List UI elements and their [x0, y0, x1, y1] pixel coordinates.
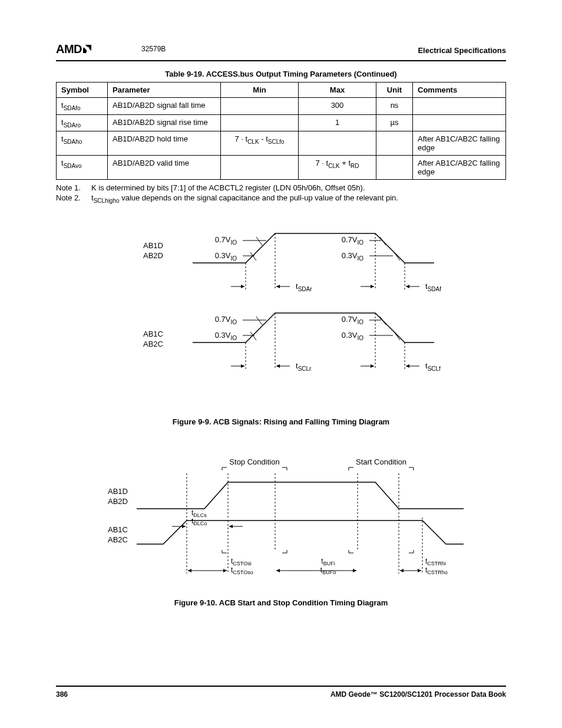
- svg-text:tCSTOsi: tCSTOsi: [231, 557, 252, 566]
- signal-label: AB2D: [143, 251, 163, 260]
- svg-text:0.7VIO: 0.7VIO: [215, 235, 237, 246]
- svg-text:tSDAr: tSDAr: [296, 282, 312, 292]
- table-row: tSDAvo AB1D/AB2D valid time 7 · tCLK + t…: [57, 156, 506, 180]
- svg-text:0.7VIO: 0.7VIO: [342, 235, 364, 246]
- book-title: AMD Geode™ SC1200/SC1201 Processor Data …: [330, 690, 506, 699]
- svg-text:tCSTOso: tCSTOso: [231, 566, 253, 575]
- amd-logo: AMD: [56, 41, 95, 57]
- note-label: Note 2.: [56, 193, 91, 204]
- figure-9-10-caption: Figure 9-10. ACB Start and Stop Conditio…: [56, 598, 506, 607]
- doc-number: 32579B: [141, 45, 166, 53]
- signal-label: AB1C: [143, 330, 163, 338]
- note-text: K is determined by bits [7:1] of the ACB…: [91, 183, 365, 192]
- svg-text:0.3VIO: 0.3VIO: [215, 251, 237, 262]
- signal-label: AB2D: [108, 497, 128, 506]
- signal-label: AB2C: [108, 535, 128, 544]
- svg-line-30: [256, 317, 262, 325]
- table-notes: Note 1. K is determined by bits [7:1] of…: [56, 183, 506, 204]
- svg-line-32: [380, 317, 386, 325]
- svg-text:0.7VIO: 0.7VIO: [215, 315, 237, 325]
- svg-text:tSCLr: tSCLr: [296, 361, 312, 372]
- svg-line-10: [380, 237, 386, 245]
- table-row: tSDAfo AB1D/AB2D signal fall time 300 ns: [57, 98, 506, 115]
- page-number: 386: [56, 690, 68, 699]
- th-max: Max: [299, 83, 376, 98]
- logo-text: AMD: [56, 42, 82, 56]
- param-table: Symbol Parameter Min Max Unit Comments t…: [56, 82, 506, 180]
- th-unit: Unit: [376, 83, 413, 98]
- svg-text:tDLCo: tDLCo: [191, 517, 207, 526]
- figure-9-9-caption: Figure 9-9. ACB Signals: Rising and Fall…: [56, 417, 506, 426]
- svg-text:tDLCs: tDLCs: [191, 509, 207, 518]
- page-header: AMD 32579B Electrical Specifications: [56, 41, 506, 61]
- signal-label: AB1D: [108, 487, 128, 496]
- svg-text:tSCLf: tSCLf: [425, 361, 441, 372]
- table-row: tSDAro AB1D/AB2D signal rise time 1 µs: [57, 114, 506, 131]
- svg-text:tBUFi: tBUFi: [321, 557, 335, 566]
- svg-text:0.7VIO: 0.7VIO: [342, 315, 364, 325]
- section-title: Electrical Specifications: [418, 46, 506, 55]
- th-comments: Comments: [413, 83, 506, 98]
- amd-arrow-icon: [83, 41, 95, 57]
- svg-text:tSDAf: tSDAf: [425, 282, 441, 292]
- start-condition-label: Start Condition: [356, 457, 406, 466]
- th-parameter: Parameter: [108, 83, 221, 98]
- svg-text:0.3VIO: 0.3VIO: [342, 331, 364, 341]
- svg-text:tCSTRho: tCSTRho: [425, 566, 448, 575]
- th-symbol: Symbol: [57, 83, 108, 98]
- svg-text:0.3VIO: 0.3VIO: [342, 251, 364, 262]
- figure-9-10-diagram: Stop Condition Start Condition AB1D AB2D…: [81, 456, 481, 591]
- note-text: tSCLhigho value depends on the signal ca…: [91, 193, 398, 204]
- table-caption: Table 9-19. ACCESS.bus Output Timing Par…: [56, 70, 506, 78]
- figure-9-9-diagram: AB1D AB2D 0.7VIO 0.3VIO 0.7VIO 0.3VIO tS…: [104, 222, 458, 410]
- signal-label: AB1C: [108, 525, 128, 534]
- page-footer: 386 AMD Geode™ SC1200/SC1201 Processor D…: [56, 686, 506, 699]
- th-min: Min: [221, 83, 299, 98]
- signal-label: AB1D: [143, 241, 163, 250]
- svg-text:0.3VIO: 0.3VIO: [215, 331, 237, 341]
- svg-line-11: [394, 252, 400, 261]
- svg-text:tBUFo: tBUFo: [320, 566, 336, 575]
- note-label: Note 1.: [56, 183, 91, 192]
- stop-condition-label: Stop Condition: [229, 457, 279, 466]
- svg-text:tCSTRhi: tCSTRhi: [425, 557, 446, 566]
- svg-line-33: [394, 332, 400, 340]
- table-row: tSDAho AB1D/AB2D hold time 7 · tCLK - tS…: [57, 131, 506, 156]
- svg-line-8: [256, 237, 262, 245]
- signal-label: AB2C: [143, 340, 163, 348]
